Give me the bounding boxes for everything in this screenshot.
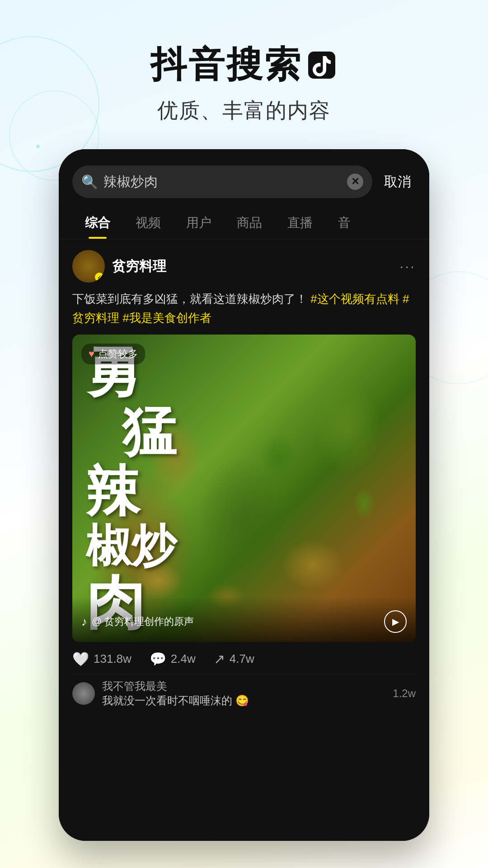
username[interactable]: 贫穷料理 <box>112 257 166 276</box>
share-icon: ↗ <box>214 651 225 667</box>
content-area: ✓ 贫穷料理 ··· 下饭菜到底有多凶猛，就看这道辣椒炒肉了！ #这个视频有点料… <box>59 239 429 712</box>
commenter-avatar <box>72 682 95 705</box>
user-info: ✓ 贫穷料理 <box>72 250 166 283</box>
search-input-box[interactable]: 🔍 辣椒炒肉 ✕ <box>72 165 372 198</box>
tab-comprehensive[interactable]: 综合 <box>72 207 123 239</box>
search-query-text: 辣椒炒肉 <box>103 173 342 191</box>
video-thumbnail[interactable]: ♥ 点赞较多 勇 猛 辣 椒炒 肉 <box>72 335 416 642</box>
likes-count[interactable]: 🤍 131.8w <box>72 651 131 667</box>
shares-count[interactable]: ↗ 4.7w <box>214 651 254 667</box>
tab-live[interactable]: 直播 <box>275 207 325 239</box>
video-big-text: 勇 猛 辣 椒炒 肉 <box>86 342 176 635</box>
tab-music[interactable]: 音 <box>325 207 363 239</box>
comments-count[interactable]: 💬 2.4w <box>150 651 196 667</box>
verified-badge: ✓ <box>95 273 104 282</box>
music-info: ♪ @ 贫穷料理创作的原声 <box>81 615 194 629</box>
bg-dot <box>36 145 40 148</box>
comment-likes: 1.2w <box>393 687 416 700</box>
comments-value: 2.4w <box>171 652 196 666</box>
likes-value: 131.8w <box>94 652 131 666</box>
page-header: 抖音搜索 优质、丰富的内容 <box>0 0 488 143</box>
music-info-text: @ 贫穷料理创作的原声 <box>92 615 194 628</box>
likes-badge: ♥ 点赞较多 <box>81 344 145 364</box>
post-main-text: 下饭菜到底有多凶猛，就看这道辣椒炒肉了！ <box>72 292 307 306</box>
video-background: ♥ 点赞较多 勇 猛 辣 椒炒 肉 <box>72 335 416 642</box>
app-title: 抖音搜索 <box>0 41 488 90</box>
avatar[interactable]: ✓ <box>72 250 105 283</box>
tab-navigation: 综合 视频 用户 商品 直播 音 <box>59 207 429 239</box>
phone-mockup: 🔍 辣椒炒肉 ✕ 取消 综合 视频 用户 商品 直播 音 ✓ <box>59 149 429 841</box>
comment-icon: 💬 <box>150 651 166 667</box>
tiktok-logo-icon <box>306 49 338 81</box>
post-header: ✓ 贫穷料理 ··· <box>72 250 416 283</box>
tab-video[interactable]: 视频 <box>123 207 174 239</box>
search-clear-button[interactable]: ✕ <box>347 174 363 190</box>
search-icon: 🔍 <box>81 174 98 190</box>
tab-product[interactable]: 商品 <box>224 207 275 239</box>
video-text-line-3: 辣 <box>86 461 176 521</box>
phone-screen: 🔍 辣椒炒肉 ✕ 取消 综合 视频 用户 商品 直播 音 ✓ <box>59 149 429 841</box>
comment-text-block: 我不管我最美 我就没一次看时不咽唾沫的 😋 <box>102 679 385 708</box>
video-text-line-4: 椒炒 <box>86 521 176 571</box>
post-description: 下饭菜到底有多凶猛，就看这道辣椒炒肉了！ #这个视频有点料 #贫穷料理 #我是美… <box>72 290 416 327</box>
video-text-line-2: 猛 <box>122 401 176 461</box>
app-subtitle: 优质、丰富的内容 <box>0 97 488 125</box>
engagement-bar: 🤍 131.8w 💬 2.4w ↗ 4.7w <box>72 642 416 674</box>
comment-preview: 我不管我最美 我就没一次看时不咽唾沫的 😋 1.2w <box>72 674 416 712</box>
cancel-button[interactable]: 取消 <box>380 173 416 191</box>
heart-icon: 🤍 <box>72 651 89 667</box>
video-bottom-bar: ♪ @ 贫穷料理创作的原声 ▶ <box>72 597 416 642</box>
commenter-name: 我不管我最美 <box>102 679 385 693</box>
title-text: 抖音搜索 <box>150 41 302 90</box>
shares-value: 4.7w <box>230 652 254 666</box>
hashtag-1[interactable]: #这个视频有点料 <box>310 292 399 306</box>
hashtag-3[interactable]: #我是美食创作者 <box>122 311 211 325</box>
comment-content: 我就没一次看时不咽唾沫的 😋 <box>102 693 385 708</box>
video-text-overlay: 勇 猛 辣 椒炒 肉 <box>72 335 416 642</box>
search-bar-area: 🔍 辣椒炒肉 ✕ 取消 <box>59 149 429 198</box>
likes-badge-text: 点赞较多 <box>98 347 138 361</box>
more-options-icon[interactable]: ··· <box>399 258 416 275</box>
tiktok-music-icon: ♪ <box>81 615 87 629</box>
play-button[interactable]: ▶ <box>384 610 407 633</box>
tab-user[interactable]: 用户 <box>174 207 224 239</box>
